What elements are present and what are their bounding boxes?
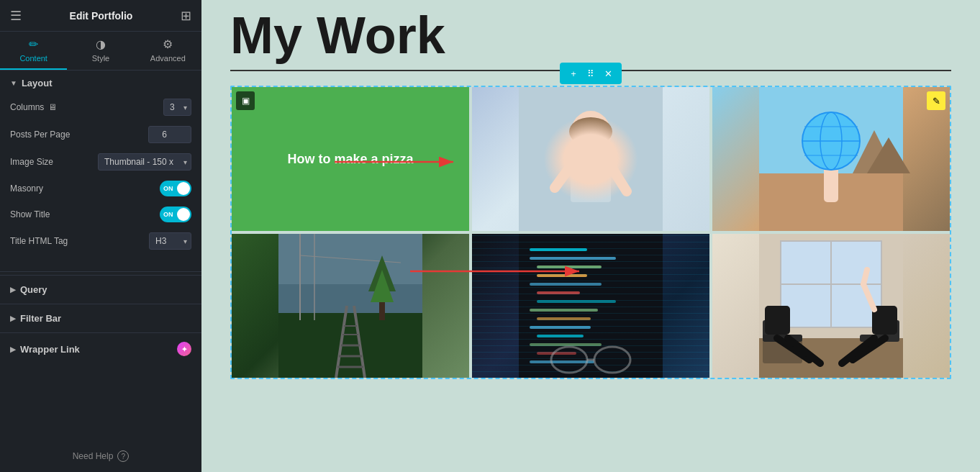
svg-rect-39	[530, 257, 616, 260]
title-html-tag-label: Title HTML Tag	[10, 236, 68, 246]
need-help-text: Need Help	[73, 451, 114, 461]
toolbar-move-button[interactable]: ⠿	[583, 65, 599, 81]
grid-icon[interactable]: ⊞	[181, 8, 191, 24]
svg-point-7	[569, 117, 612, 146]
posts-per-page-field: Posts Per Page	[10, 126, 191, 143]
tabs: ✏ Content ◑ Style ⚙ Advanced	[0, 32, 201, 71]
arrow-annotation-right	[410, 260, 590, 285]
title-tag-select[interactable]: H3 H1 H2 H4 H5 H6 div span	[149, 232, 191, 250]
show-title-on-label: ON	[163, 211, 173, 218]
svg-rect-48	[537, 335, 584, 337]
wrapper-link-section[interactable]: ▶ Wrapper Link ✦	[0, 332, 201, 365]
portfolio-item-5[interactable]	[472, 234, 709, 378]
masonry-toggle[interactable]: ON	[160, 181, 191, 196]
portfolio-grid: How to make a pizza	[232, 87, 950, 378]
divider-1	[0, 271, 201, 272]
help-circle-icon[interactable]: ?	[117, 450, 129, 462]
tab-content-label: Content	[19, 54, 47, 63]
svg-rect-69	[765, 306, 790, 335]
svg-line-8	[555, 166, 571, 188]
widget-icon: ▣	[236, 91, 255, 110]
wrapper-link-label: Wrapper Link	[20, 344, 80, 355]
svg-rect-43	[537, 291, 580, 294]
posts-per-page-input[interactable]	[148, 126, 191, 143]
masonry-field: Masonry ON	[10, 181, 191, 196]
image-size-label: Image Size	[10, 157, 53, 167]
sidebar-title: Edit Portfolio	[70, 10, 133, 22]
masonry-toggle-on-label: ON	[163, 185, 173, 192]
tab-style-label: Style	[92, 54, 109, 63]
image-size-select[interactable]: Thumbnail - 150 x 1 Medium Large Full	[98, 153, 191, 171]
show-title-field: Show Title ON	[10, 206, 191, 222]
wrapper-link-arrow-icon: ▶	[10, 345, 16, 353]
svg-point-52	[551, 347, 587, 373]
svg-rect-51	[530, 360, 594, 363]
filter-arrow-icon: ▶	[10, 314, 16, 322]
svg-rect-47	[530, 326, 591, 329]
filter-bar-section[interactable]: ▶ Filter Bar	[0, 304, 201, 332]
layout-section-header[interactable]: ▼ Layout	[0, 71, 201, 96]
title-tag-select-wrapper: H3 H1 H2 H4 H5 H6 div span ▾	[149, 232, 191, 250]
query-section[interactable]: ▶ Query	[0, 275, 201, 304]
svg-rect-44	[537, 300, 616, 303]
portfolio-wrapper: ▣ ✎ How to make a pizza	[230, 86, 951, 379]
columns-field: Columns 🖥 3 1 2 4 5 6 ▾	[10, 99, 191, 116]
svg-rect-6	[571, 152, 611, 202]
show-title-toggle-knob	[177, 208, 190, 221]
svg-rect-50	[537, 352, 576, 355]
svg-line-9	[611, 166, 627, 191]
show-title-toggle-switch[interactable]: ON	[160, 206, 191, 222]
portfolio-item-3[interactable]	[712, 87, 950, 231]
image-size-field: Image Size Thumbnail - 150 x 1 Medium La…	[10, 153, 191, 171]
layout-section-content: Columns 🖥 3 1 2 4 5 6 ▾ Posts Per Page	[0, 96, 201, 268]
masonry-toggle-switch[interactable]: ON	[160, 181, 191, 196]
show-title-toggle[interactable]: ON	[160, 206, 191, 222]
svg-rect-45	[530, 309, 598, 312]
show-title-label: Show Title	[10, 209, 50, 219]
toolbar-close-button[interactable]: ✕	[600, 65, 616, 81]
monitor-icon: 🖥	[48, 102, 57, 112]
query-label: Query	[20, 284, 47, 295]
svg-point-5	[571, 111, 611, 157]
masonry-toggle-knob	[177, 182, 190, 195]
sidebar: ☰ Edit Portfolio ⊞ ✏ Content ◑ Style ⚙ A…	[0, 0, 201, 472]
style-tab-icon: ◑	[96, 37, 106, 51]
arrow-annotation-left	[335, 151, 464, 176]
masonry-label: Masonry	[10, 183, 43, 194]
advanced-tab-icon: ⚙	[163, 37, 173, 51]
svg-point-53	[594, 347, 630, 373]
tab-advanced-label: Advanced	[150, 54, 186, 63]
edit-button[interactable]: ✎	[927, 91, 945, 110]
layout-arrow-icon: ▼	[10, 79, 17, 87]
page-title: My Work	[230, 0, 951, 64]
portfolio-toolbar: + ⠿ ✕	[560, 63, 622, 84]
content-tab-icon: ✏	[29, 37, 38, 51]
sidebar-header: ☰ Edit Portfolio ⊞	[0, 0, 201, 32]
posts-per-page-label: Posts Per Page	[10, 130, 70, 140]
svg-rect-46	[537, 317, 591, 320]
need-help[interactable]: Need Help ?	[0, 440, 201, 472]
layout-section-title: Layout	[22, 78, 53, 88]
title-html-tag-field: Title HTML Tag H3 H1 H2 H4 H5 H6 div spa…	[10, 232, 191, 250]
tab-content[interactable]: ✏ Content	[0, 32, 67, 70]
portfolio-item-6[interactable]	[712, 234, 950, 378]
filter-bar-label: Filter Bar	[20, 313, 61, 324]
svg-line-72	[863, 270, 867, 284]
portfolio-container: + ⠿ ✕ ▣ ✎ How to make a pizza	[230, 86, 951, 379]
image-size-select-wrapper: Thumbnail - 150 x 1 Medium Large Full ▾	[98, 153, 191, 171]
wrapper-link-icon: ✦	[177, 342, 191, 356]
portfolio-item-4[interactable]	[232, 234, 469, 378]
columns-label: Columns 🖥	[10, 102, 57, 112]
toolbar-add-button[interactable]: +	[566, 65, 581, 81]
columns-select-wrapper: 3 1 2 4 5 6 ▾	[163, 99, 191, 116]
svg-rect-38	[530, 248, 587, 251]
canvas: My Work + ⠿ ✕ ▣ ✎ How to make a pizza	[201, 0, 980, 472]
tab-advanced[interactable]: ⚙ Advanced	[135, 32, 201, 70]
svg-rect-49	[530, 343, 602, 346]
menu-icon[interactable]: ☰	[10, 8, 22, 24]
portfolio-item-2[interactable]	[472, 87, 709, 231]
svg-rect-37	[519, 234, 663, 378]
svg-rect-4	[519, 87, 663, 231]
tab-style[interactable]: ◑ Style	[67, 32, 134, 70]
columns-select[interactable]: 3 1 2 4 5 6	[163, 99, 191, 116]
